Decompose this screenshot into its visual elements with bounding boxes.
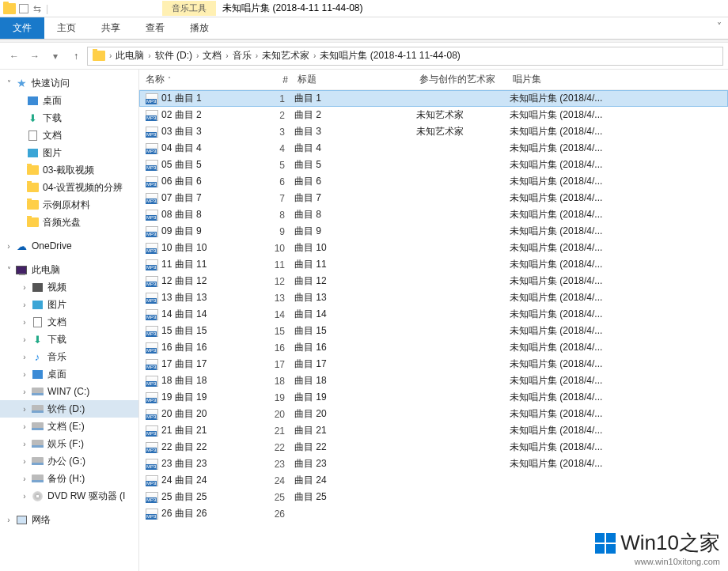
file-row[interactable]: 04 曲目 44曲目 4未知唱片集 (2018/4/... [139,140,728,157]
qat-button[interactable]: ⇆ [32,3,43,14]
track-num: 18 [260,376,294,387]
nav-back-button[interactable]: ← [5,47,24,66]
sidebar-folder[interactable]: 示例原材料 [0,196,138,214]
file-row[interactable]: 15 曲目 1515曲目 15未知唱片集 (2018/4/... [139,323,728,339]
navigation-bar: ← → ▾ ↑ › 此电脑 › 软件 (D:) › 文档 › 音乐 › 未知艺术… [0,43,728,70]
file-row[interactable]: 26 曲目 2626 [139,505,728,522]
file-row[interactable]: 09 曲目 99曲目 9未知唱片集 (2018/4/... [139,223,728,240]
ribbon-expand-icon[interactable]: ˅ [711,17,728,39]
mp3-icon [146,193,158,204]
track-album: 未知唱片集 (2018/4/... [510,324,728,338]
file-row[interactable]: 24 曲目 2424曲目 24 [139,472,728,489]
file-row[interactable]: 11 曲目 1111曲目 11未知唱片集 (2018/4/... [139,256,728,273]
file-name: 06 曲目 6 [161,175,202,188]
track-album: 未知唱片集 (2018/4/... [510,241,728,255]
sidebar-videos[interactable]: ›视频 [0,278,138,296]
sidebar-pictures[interactable]: ›图片 [0,296,138,313]
file-row[interactable]: 08 曲目 88曲目 8未知唱片集 (2018/4/... [139,206,728,223]
track-album: 未知唱片集 (2018/4/... [510,175,728,188]
file-row[interactable]: 20 曲目 2020曲目 20未知唱片集 (2018/4/... [139,406,728,422]
file-row[interactable]: 05 曲目 55曲目 5未知唱片集 (2018/4/... [139,157,728,173]
file-row[interactable]: 12 曲目 1212曲目 12未知唱片集 (2018/4/... [139,273,728,289]
label: 下载 [47,333,66,346]
file-name: 21 曲目 21 [161,424,207,437]
mp3-icon [146,143,158,154]
sidebar-quick-access[interactable]: ˅★快速访问 [0,74,138,92]
qat-button[interactable] [19,4,28,13]
file-name: 01 曲目 1 [161,92,202,105]
sidebar-this-pc[interactable]: ˅此电脑 [0,261,138,278]
track-num: 21 [260,425,294,437]
track-num: 2 [260,110,294,121]
file-row[interactable]: 03 曲目 33曲目 3未知艺术家未知唱片集 (2018/4/... [139,123,728,140]
sidebar-documents[interactable]: ›文档 [0,313,138,331]
file-row[interactable]: 21 曲目 2121曲目 21未知唱片集 (2018/4/... [139,422,728,439]
file-name: 09 曲目 9 [161,225,202,238]
file-row[interactable]: 01 曲目 11曲目 1未知唱片集 (2018/4/... [139,90,728,107]
header-album[interactable]: 唱片集 [513,73,728,86]
file-tab[interactable]: 文件 [0,17,44,39]
sidebar-documents[interactable]: 文档 [0,127,138,144]
mp3-icon [146,176,158,187]
sidebar-folder[interactable]: 03-截取视频 [0,161,138,179]
header-tracknum[interactable]: # [263,74,298,85]
file-row[interactable]: 14 曲目 1414曲目 14未知唱片集 (2018/4/... [139,306,728,323]
file-row[interactable]: 18 曲目 1818曲目 18未知唱片集 (2018/4/... [139,372,728,389]
file-row[interactable]: 25 曲目 2525曲目 25 [139,489,728,505]
sidebar-drive-f[interactable]: ›娱乐 (F:) [0,435,138,452]
sidebar-dvd[interactable]: ›DVD RW 驱动器 (I [0,487,138,505]
file-row[interactable]: 10 曲目 1010曲目 10未知唱片集 (2018/4/... [139,240,728,256]
file-row[interactable]: 17 曲目 1717曲目 17未知唱片集 (2018/4/... [139,356,728,372]
file-row[interactable]: 22 曲目 2222曲目 22未知唱片集 (2018/4/... [139,439,728,456]
sidebar-drive-g[interactable]: ›办公 (G:) [0,452,138,470]
sidebar-folder[interactable]: 04-设置视频的分辨 [0,179,138,196]
track-album: 未知唱片集 (2018/4/... [510,391,728,404]
track-album: 未知唱片集 (2018/4/... [510,308,728,321]
sidebar-network[interactable]: ›网络 [0,511,138,528]
window-title: 未知唱片集 (2018-4-11 11-44-08) [216,0,369,17]
label: 图片 [43,146,62,160]
address-bar[interactable]: › 此电脑 › 软件 (D:) › 文档 › 音乐 › 未知艺术家 › 未知唱片… [87,47,723,66]
sidebar-pictures[interactable]: 图片 [0,144,138,161]
file-row[interactable]: 23 曲目 2323曲目 23未知唱片集 (2018/4/... [139,456,728,472]
breadcrumb-item[interactable]: 未知艺术家 [259,49,313,62]
sidebar-desktop[interactable]: 桌面 [0,92,138,109]
breadcrumb-item[interactable]: 此电脑 [112,49,147,62]
sidebar-onedrive[interactable]: ›☁OneDrive [0,237,138,255]
track-num: 5 [260,160,294,171]
nav-up-button[interactable]: ↑ [66,47,85,66]
mp3-icon [146,276,158,287]
sidebar-folder[interactable]: 音频光盘 [0,214,138,231]
header-name[interactable]: 名称˄ [146,73,263,86]
label: 下载 [43,112,62,125]
sidebar-drive-d[interactable]: ›软件 (D:) [0,400,138,418]
breadcrumb-item[interactable]: 文档 [199,49,225,62]
file-row[interactable]: 02 曲目 22曲目 2未知艺术家未知唱片集 (2018/4/... [139,107,728,123]
header-artist[interactable]: 参与创作的艺术家 [419,73,513,86]
mp3-icon [146,259,158,270]
breadcrumb-item[interactable]: 音乐 [229,49,255,62]
tab-view[interactable]: 查看 [133,17,177,39]
sidebar-desktop[interactable]: ›桌面 [0,365,138,383]
breadcrumb-item[interactable]: 软件 (D:) [152,49,195,62]
sidebar-drive-c[interactable]: ›WIN7 (C:) [0,383,138,400]
sidebar-downloads[interactable]: ›⬇下载 [0,331,138,348]
tab-play[interactable]: 播放 [177,17,222,39]
mp3-icon [146,309,158,320]
tab-home[interactable]: 主页 [44,17,89,39]
file-row[interactable]: 19 曲目 1919曲目 19未知唱片集 (2018/4/... [139,389,728,406]
sidebar-music[interactable]: ›♪音乐 [0,348,138,365]
sidebar-drive-e[interactable]: ›文档 (E:) [0,418,138,435]
sidebar-downloads[interactable]: ⬇下载 [0,109,138,127]
tab-share[interactable]: 共享 [89,17,133,39]
file-row[interactable]: 16 曲目 1616曲目 16未知唱片集 (2018/4/... [139,339,728,356]
track-num: 14 [260,309,294,320]
sidebar-drive-h[interactable]: ›备份 (H:) [0,470,138,487]
nav-forward-button[interactable]: → [25,47,44,66]
header-title[interactable]: 标题 [298,73,419,86]
file-row[interactable]: 07 曲目 77曲目 7未知唱片集 (2018/4/... [139,190,728,206]
nav-recent-button[interactable]: ▾ [46,47,65,66]
file-row[interactable]: 06 曲目 66曲目 6未知唱片集 (2018/4/... [139,173,728,190]
file-row[interactable]: 13 曲目 1313曲目 13未知唱片集 (2018/4/... [139,289,728,306]
breadcrumb-item[interactable]: 未知唱片集 (2018-4-11 11-44-08) [317,49,463,62]
